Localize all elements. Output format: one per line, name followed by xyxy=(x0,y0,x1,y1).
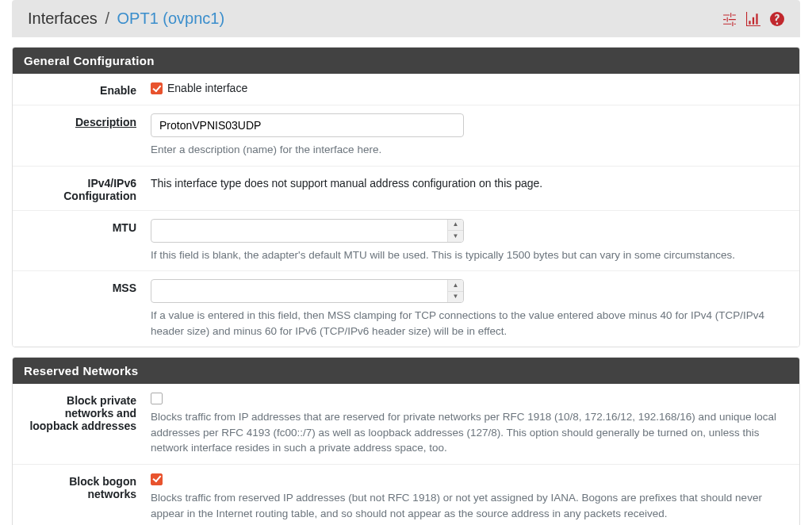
description-input[interactable] xyxy=(151,113,464,137)
mss-help: If a value is entered in this field, the… xyxy=(151,308,788,339)
breadcrumb: Interfaces / OPT1 (ovpnc1) xyxy=(28,10,224,28)
chart-icon[interactable] xyxy=(746,12,760,26)
mss-spinner[interactable]: ▲▼ xyxy=(447,280,463,302)
mss-input[interactable] xyxy=(151,279,464,303)
block-bogon-checkbox[interactable] xyxy=(151,473,163,485)
sliders-icon[interactable] xyxy=(722,12,737,26)
header-actions xyxy=(722,12,784,26)
mtu-label: MTU xyxy=(24,219,151,263)
description-help: Enter a description (name) for the inter… xyxy=(151,142,788,158)
block-private-label: Block private networks and loopback addr… xyxy=(24,392,151,456)
panel-title-reserved: Reserved Networks xyxy=(13,358,799,384)
block-bogon-label: Block bogon networks xyxy=(24,473,151,525)
breadcrumb-root[interactable]: Interfaces xyxy=(28,10,98,27)
general-configuration-panel: General Configuration Enable Enable inte… xyxy=(12,47,800,347)
page-header: Interfaces / OPT1 (ovpnc1) xyxy=(12,0,800,37)
description-label[interactable]: Description xyxy=(24,113,151,158)
mtu-spinner[interactable]: ▲▼ xyxy=(447,220,463,242)
block-bogon-help1: Blocks traffic from reserved IP addresse… xyxy=(151,490,788,521)
mtu-help: If this field is blank, the adapter's de… xyxy=(151,247,788,263)
enable-checkbox[interactable] xyxy=(151,82,163,94)
block-private-checkbox[interactable] xyxy=(151,393,163,404)
ipconfig-label: IPv4/IPv6 Configuration xyxy=(24,174,151,202)
enable-checkbox-label: Enable interface xyxy=(167,82,247,94)
block-private-help: Blocks traffic from IP addresses that ar… xyxy=(151,409,788,456)
panel-title-general: General Configuration xyxy=(13,48,799,74)
mss-label: MSS xyxy=(24,279,151,339)
ipconfig-text: This interface type does not support man… xyxy=(151,174,788,190)
enable-label: Enable xyxy=(24,82,151,97)
reserved-networks-panel: Reserved Networks Block private networks… xyxy=(12,357,800,525)
breadcrumb-current[interactable]: OPT1 (ovpnc1) xyxy=(117,10,225,27)
block-bogon-help2: This option should only be used on exter… xyxy=(151,521,788,525)
mtu-input[interactable] xyxy=(151,219,464,243)
help-icon[interactable] xyxy=(770,12,784,26)
